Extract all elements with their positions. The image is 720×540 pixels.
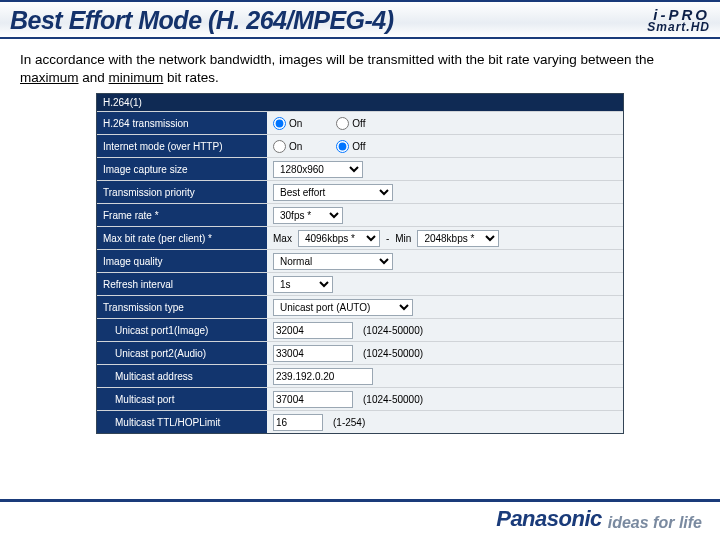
radio-off-input[interactable] xyxy=(336,117,349,130)
row-framerate: Frame rate * 30fps * xyxy=(97,203,623,226)
ctrl-quality: Normal xyxy=(267,250,623,272)
label-uport1: Unicast port1(Image) xyxy=(97,319,267,341)
label-txtype: Transmission type xyxy=(97,296,267,318)
hint-uport2: (1024-50000) xyxy=(363,348,423,359)
label-mttl: Multicast TTL/HOPLimit xyxy=(97,411,267,433)
radio-internet-on[interactable]: On xyxy=(273,140,302,153)
intro-text: In accordance with the network bandwidth… xyxy=(0,39,720,93)
hint-uport1: (1024-50000) xyxy=(363,325,423,336)
bitrate-dash: - xyxy=(386,233,389,244)
select-refresh[interactable]: 1s xyxy=(273,276,333,293)
brand-bot: Smart.HD xyxy=(647,22,710,33)
settings-panel: H.264(1) H.264 transmission On Off Inter… xyxy=(96,93,624,434)
row-bitrate: Max bit rate (per client) * Max 4096kbps… xyxy=(97,226,623,249)
row-mport: Multicast port (1024-50000) xyxy=(97,387,623,410)
label-quality: Image quality xyxy=(97,250,267,272)
ctrl-maddr xyxy=(267,365,623,387)
radio-internet-off[interactable]: Off xyxy=(336,140,365,153)
label-capsize: Image capture size xyxy=(97,158,267,180)
row-uport1: Unicast port1(Image) (1024-50000) xyxy=(97,318,623,341)
input-mport[interactable] xyxy=(273,391,353,408)
select-bitrate-max[interactable]: 4096kbps * xyxy=(298,230,380,247)
radio-transmission-on[interactable]: On xyxy=(273,117,302,130)
bitrate-min-label: Min xyxy=(395,233,411,244)
intro-max: maximum xyxy=(20,70,79,85)
intro-mid: and xyxy=(79,70,109,85)
ctrl-transmission: On Off xyxy=(267,112,623,134)
row-quality: Image quality Normal xyxy=(97,249,623,272)
title-bar: Best Effort Mode (H. 264/MPEG-4) i-PRO S… xyxy=(0,0,720,39)
ctrl-uport2: (1024-50000) xyxy=(267,342,623,364)
radio-transmission-off[interactable]: Off xyxy=(336,117,365,130)
hint-mttl: (1-254) xyxy=(333,417,365,428)
input-uport1[interactable] xyxy=(273,322,353,339)
row-refresh: Refresh interval 1s xyxy=(97,272,623,295)
ctrl-framerate: 30fps * xyxy=(267,204,623,226)
radio-on-input[interactable] xyxy=(273,140,286,153)
page-title: Best Effort Mode (H. 264/MPEG-4) xyxy=(10,6,394,35)
ctrl-mport: (1024-50000) xyxy=(267,388,623,410)
intro-min: minimum xyxy=(109,70,164,85)
row-mttl: Multicast TTL/HOPLimit (1-254) xyxy=(97,410,623,433)
input-maddr[interactable] xyxy=(273,368,373,385)
input-uport2[interactable] xyxy=(273,345,353,362)
intro-pre: In accordance with the network bandwidth… xyxy=(20,52,654,67)
label-framerate: Frame rate * xyxy=(97,204,267,226)
row-txtype: Transmission type Unicast port (AUTO) xyxy=(97,295,623,318)
row-priority: Transmission priority Best effort xyxy=(97,180,623,203)
intro-post: bit rates. xyxy=(163,70,219,85)
select-capsize[interactable]: 1280x960 xyxy=(273,161,363,178)
label-mport: Multicast port xyxy=(97,388,267,410)
footer-tagline: ideas for life xyxy=(608,514,702,532)
input-mttl[interactable] xyxy=(273,414,323,431)
hint-mport: (1024-50000) xyxy=(363,394,423,405)
select-priority[interactable]: Best effort xyxy=(273,184,393,201)
row-internet: Internet mode (over HTTP) On Off xyxy=(97,134,623,157)
row-maddr: Multicast address xyxy=(97,364,623,387)
ctrl-txtype: Unicast port (AUTO) xyxy=(267,296,623,318)
ctrl-refresh: 1s xyxy=(267,273,623,295)
radio-off-input[interactable] xyxy=(336,140,349,153)
brand-logo: i-PRO Smart.HD xyxy=(647,8,710,34)
row-capsize: Image capture size 1280x960 xyxy=(97,157,623,180)
label-maddr: Multicast address xyxy=(97,365,267,387)
ctrl-internet: On Off xyxy=(267,135,623,157)
ctrl-mttl: (1-254) xyxy=(267,411,623,433)
footer-divider xyxy=(0,499,720,502)
ctrl-capsize: 1280x960 xyxy=(267,158,623,180)
select-bitrate-min[interactable]: 2048kbps * xyxy=(417,230,499,247)
footer-brand: Panasonic xyxy=(496,506,602,532)
label-bitrate: Max bit rate (per client) * xyxy=(97,227,267,249)
ctrl-uport1: (1024-50000) xyxy=(267,319,623,341)
select-framerate[interactable]: 30fps * xyxy=(273,207,343,224)
ctrl-priority: Best effort xyxy=(267,181,623,203)
select-quality[interactable]: Normal xyxy=(273,253,393,270)
select-txtype[interactable]: Unicast port (AUTO) xyxy=(273,299,413,316)
label-refresh: Refresh interval xyxy=(97,273,267,295)
section-header: H.264(1) xyxy=(97,94,623,111)
label-priority: Transmission priority xyxy=(97,181,267,203)
bitrate-max-label: Max xyxy=(273,233,292,244)
radio-on-input[interactable] xyxy=(273,117,286,130)
label-uport2: Unicast port2(Audio) xyxy=(97,342,267,364)
row-transmission: H.264 transmission On Off xyxy=(97,111,623,134)
row-uport2: Unicast port2(Audio) (1024-50000) xyxy=(97,341,623,364)
label-internet: Internet mode (over HTTP) xyxy=(97,135,267,157)
label-transmission: H.264 transmission xyxy=(97,112,267,134)
ctrl-bitrate: Max 4096kbps * - Min 2048kbps * xyxy=(267,227,623,249)
footer: Panasonic ideas for life xyxy=(0,506,720,532)
